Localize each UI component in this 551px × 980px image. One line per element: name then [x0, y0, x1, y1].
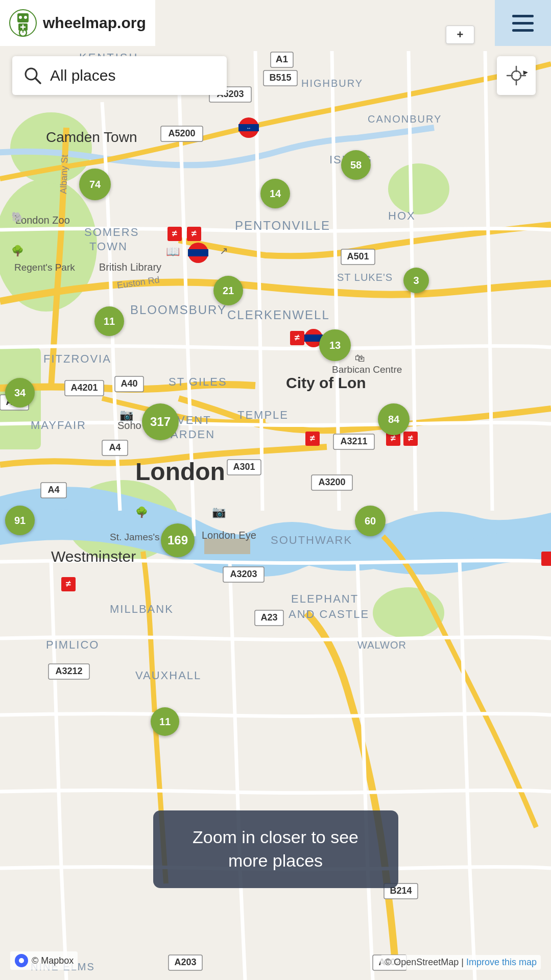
osm-attribution: © OpenStreetMap [385, 957, 459, 967]
cluster-c12[interactable]: 169 [161, 523, 195, 557]
svg-rect-7 [204, 539, 250, 554]
svg-point-130 [512, 71, 521, 80]
svg-text:Barbican Centre: Barbican Centre [332, 364, 402, 375]
attribution-text: © OpenStreetMap | Improve this map [380, 955, 541, 970]
svg-text:🌳: 🌳 [135, 506, 148, 518]
svg-text:A5200: A5200 [168, 128, 195, 138]
svg-text:CANONBURY: CANONBURY [368, 113, 442, 125]
svg-text:WALWOR: WALWOR [357, 639, 406, 651]
svg-text:City of Lon: City of Lon [286, 374, 366, 391]
svg-text:HIGHBURY: HIGHBURY [301, 78, 363, 89]
svg-text:AND CASTLE: AND CASTLE [289, 608, 369, 620]
svg-text:Westminster: Westminster [51, 548, 136, 565]
logo-icon [9, 9, 37, 37]
svg-rect-106 [541, 552, 551, 566]
logo-area: wheelmap.org [0, 0, 155, 46]
svg-text:📖: 📖 [166, 245, 180, 258]
svg-text:A4201: A4201 [70, 383, 98, 393]
svg-text:Soho: Soho [117, 420, 141, 431]
svg-point-3 [388, 163, 449, 214]
hamburger-icon [512, 15, 534, 32]
svg-text:≠: ≠ [408, 433, 413, 443]
svg-text:SOUTHWARK: SOUTHWARK [271, 534, 352, 546]
map-container[interactable]: KENTISH HIGHBURY CANONBURY ISLING Camden… [0, 0, 551, 980]
svg-point-118 [24, 16, 27, 19]
svg-text:A3203: A3203 [230, 569, 257, 579]
svg-text:≠: ≠ [295, 332, 300, 343]
svg-text:B515: B515 [269, 73, 291, 83]
svg-text:London Eye: London Eye [202, 530, 256, 541]
cluster-c4[interactable]: 3 [403, 268, 429, 293]
svg-rect-89 [188, 249, 208, 256]
svg-text:FITZROVIA: FITZROVIA [43, 352, 111, 365]
zoom-tooltip-text: Zoom in closer to see more places [193, 827, 358, 870]
location-button[interactable] [497, 56, 536, 95]
header: wheelmap.org + [0, 0, 551, 46]
cluster-c11[interactable]: 91 [5, 506, 35, 535]
svg-text:CLERKENWELL: CLERKENWELL [227, 308, 330, 322]
svg-point-133 [19, 958, 24, 963]
svg-text:PIMLICO: PIMLICO [46, 638, 99, 651]
hamburger-line-1 [512, 15, 534, 17]
svg-text:A1: A1 [276, 54, 289, 64]
hamburger-line-3 [512, 29, 534, 32]
svg-text:London: London [135, 458, 225, 485]
zoom-plus-label: + [457, 28, 464, 41]
cluster-c2[interactable]: 14 [260, 179, 290, 208]
cluster-c3[interactable]: 58 [341, 150, 371, 180]
zoom-in-button[interactable]: + [446, 26, 474, 44]
svg-text:≠: ≠ [310, 433, 315, 443]
svg-text:A301: A301 [233, 462, 255, 472]
svg-text:MILLBANK: MILLBANK [110, 603, 174, 615]
svg-text:ST LUKE'S: ST LUKE'S [337, 272, 393, 283]
svg-text:TEMPLE: TEMPLE [237, 409, 289, 421]
svg-text:Regent's Park: Regent's Park [14, 262, 75, 273]
cluster-c9[interactable]: 317 [142, 403, 179, 440]
svg-text:HOX: HOX [388, 209, 416, 222]
cluster-c13[interactable]: 60 [355, 506, 386, 536]
svg-text:A501: A501 [347, 251, 369, 261]
cluster-c6[interactable]: 11 [94, 306, 124, 336]
svg-text:SOMERS: SOMERS [84, 226, 139, 238]
cluster-c5[interactable]: 21 [213, 276, 243, 305]
svg-text:A23: A23 [260, 612, 277, 623]
svg-text:A3200: A3200 [318, 477, 345, 487]
search-text: All places [50, 67, 115, 84]
svg-text:↔: ↔ [246, 125, 251, 131]
search-bar[interactable]: All places [12, 56, 227, 95]
svg-text:≠: ≠ [66, 579, 71, 589]
cluster-c7[interactable]: 13 [319, 329, 351, 361]
cluster-c14[interactable]: 11 [151, 707, 179, 736]
svg-text:≠: ≠ [191, 228, 197, 238]
svg-text:↗: ↗ [220, 245, 228, 256]
mapbox-logo: © Mapbox [10, 951, 78, 970]
svg-text:BLOOMSBURY: BLOOMSBURY [130, 303, 227, 317]
svg-text:📷: 📷 [212, 505, 226, 519]
svg-text:British Library: British Library [99, 261, 161, 273]
svg-text:A40: A40 [121, 378, 137, 389]
mapbox-text: © Mapbox [32, 955, 74, 966]
svg-text:📷: 📷 [119, 408, 134, 422]
svg-text:🛍: 🛍 [355, 352, 365, 364]
svg-text:A3211: A3211 [340, 436, 367, 446]
svg-text:ELEPHANT: ELEPHANT [291, 592, 358, 605]
header-spacer [155, 0, 495, 46]
svg-text:🌳: 🌳 [11, 245, 24, 257]
cluster-c8[interactable]: 34 [5, 378, 35, 408]
svg-line-125 [35, 78, 40, 83]
svg-text:MAYFAIR: MAYFAIR [31, 419, 86, 432]
zoom-tooltip: Zoom in closer to see more places [153, 810, 398, 888]
svg-text:Albany St: Albany St [58, 154, 70, 194]
cluster-c10[interactable]: 84 [378, 403, 410, 435]
svg-text:A4: A4 [109, 442, 121, 452]
svg-text:PENTONVILLE: PENTONVILLE [235, 219, 330, 232]
location-icon [505, 64, 528, 87]
cluster-c1[interactable]: 74 [79, 169, 111, 200]
hamburger-line-2 [512, 22, 534, 25]
svg-text:A3212: A3212 [55, 666, 82, 676]
logo-text: wheelmap.org [43, 14, 146, 32]
menu-button[interactable] [495, 0, 551, 46]
attribution-bar: © Mapbox © OpenStreetMap | Improve this … [0, 951, 551, 970]
improve-map-link[interactable]: Improve this map [466, 957, 537, 967]
search-icon [22, 65, 43, 86]
